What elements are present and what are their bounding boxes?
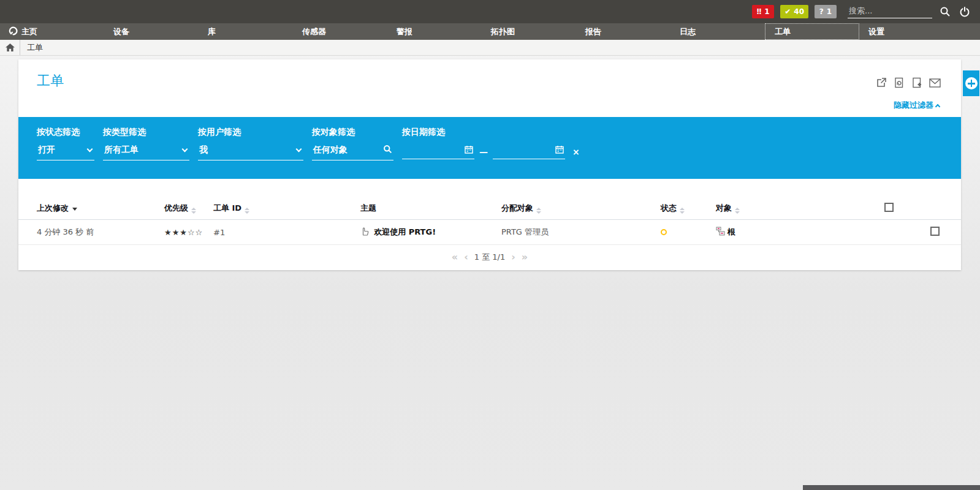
breadcrumb-current[interactable]: 工单	[20, 42, 43, 53]
priority-stars: ★★★☆☆	[164, 228, 203, 237]
col-header-status[interactable]: 状态	[661, 197, 716, 220]
chevron-down-icon	[296, 146, 302, 153]
col-header-priority[interactable]: 优先级	[164, 197, 213, 220]
select-all-cell	[884, 197, 961, 220]
cell-subject[interactable]: 欢迎使用 PRTG!	[360, 220, 501, 245]
nav-item-tickets[interactable]: 工单	[765, 23, 859, 40]
ticket-subject-link[interactable]: 欢迎使用 PRTG!	[374, 227, 436, 236]
filter-bar: 按状态筛选 打开 按类型筛选 所有工单 按用户筛选 我 按对象筛选 任何对象	[18, 117, 961, 179]
table-header-row: 上次修改 优先级 工单 ID 主题 分配对象 状态 对象	[18, 197, 961, 220]
up-count: 40	[794, 7, 804, 16]
plus-icon	[965, 77, 978, 89]
filter-type-label: 按类型筛选	[103, 127, 189, 138]
col-label: 优先级	[164, 203, 188, 213]
col-header-object[interactable]: 对象	[716, 197, 884, 220]
first-page-button[interactable]: «	[452, 251, 458, 263]
pagination: « ‹ 1 至 1/1 › »	[18, 251, 961, 263]
calendar-icon[interactable]	[465, 145, 473, 156]
nav-label: 警报	[397, 26, 412, 37]
hand-pointer-icon	[360, 228, 371, 238]
select-all-checkbox[interactable]	[884, 203, 894, 212]
nav-label: 报告	[585, 26, 601, 37]
sort-icon	[536, 208, 541, 214]
prev-page-button[interactable]: ‹	[464, 251, 468, 263]
nav-label: 拓扑图	[491, 26, 515, 37]
cell-ticket-id: #1	[213, 220, 360, 245]
col-label: 分配对象	[501, 203, 533, 213]
col-label: 上次修改	[37, 203, 69, 213]
col-label: 工单 ID	[213, 203, 241, 213]
filter-type-select[interactable]: 所有工单	[103, 145, 189, 160]
hide-filters-link[interactable]: 隐藏过滤器	[18, 100, 961, 111]
page-indicator: 1 至 1/1	[474, 252, 505, 263]
add-ticket-tab[interactable]	[963, 70, 979, 96]
nav-label: 设置	[868, 26, 884, 37]
tickets-table: 上次修改 优先级 工单 ID 主题 分配对象 状态 对象	[18, 197, 961, 245]
object-link[interactable]: 根	[727, 227, 735, 238]
nav-item-logs[interactable]: 日志	[670, 23, 765, 40]
filter-date: 按日期筛选 —	[402, 127, 580, 160]
col-label: 状态	[661, 203, 677, 213]
chevron-down-icon	[182, 146, 188, 153]
cell-object[interactable]: 根	[716, 220, 884, 245]
alarms-badge[interactable]: ‼ 1	[752, 5, 774, 18]
cell-priority: ★★★☆☆	[164, 220, 213, 245]
nav-item-alarms[interactable]: 警报	[387, 23, 482, 40]
nav-item-maps[interactable]: 拓扑图	[482, 23, 576, 40]
new-ticket-icon[interactable]	[911, 77, 923, 89]
card-header: 工单	[18, 59, 961, 90]
col-header-ticket-id[interactable]: 工单 ID	[213, 197, 360, 220]
nav-item-devices[interactable]: 设备	[104, 23, 199, 40]
prtg-logo-icon	[9, 26, 18, 37]
col-header-assigned[interactable]: 分配对象	[501, 197, 661, 220]
row-checkbox[interactable]	[930, 227, 940, 236]
col-label: 对象	[716, 203, 732, 213]
ticket-row[interactable]: 4 分钟 36 秒 前 ★★★☆☆ #1 欢迎使用 PRTG! PRTG 管理员	[18, 220, 961, 245]
up-sensors-badge[interactable]: ✔ 40	[780, 5, 808, 18]
cell-assigned: PRTG 管理员	[501, 220, 661, 245]
horizontal-scrollbar[interactable]	[803, 485, 980, 490]
date-separator: —	[479, 147, 488, 159]
date-from-input[interactable]	[402, 145, 474, 159]
filter-status-value: 打开	[38, 145, 55, 154]
filter-user-select[interactable]: 我	[198, 145, 303, 160]
filter-status-select[interactable]: 打开	[37, 145, 94, 160]
header-icon-toolbar	[875, 77, 941, 89]
col-label: 主题	[360, 203, 376, 213]
next-page-button[interactable]: ›	[511, 251, 515, 263]
search-icon[interactable]	[383, 145, 392, 156]
filter-status-label: 按状态筛选	[37, 127, 94, 138]
refresh-page-icon[interactable]	[893, 77, 905, 89]
col-header-modified[interactable]: 上次修改	[18, 197, 164, 220]
nav-item-setup[interactable]: 设置	[859, 23, 954, 40]
calendar-icon[interactable]	[555, 145, 564, 156]
filter-object-search[interactable]: 任何对象	[312, 145, 393, 160]
chevron-up-icon	[935, 104, 940, 109]
sort-desc-icon	[72, 208, 77, 211]
power-icon[interactable]	[958, 5, 971, 18]
nav-item-sensors[interactable]: 传感器	[293, 23, 387, 40]
col-header-subject[interactable]: 主题	[360, 197, 501, 220]
clear-date-filter-button[interactable]: ×	[572, 147, 580, 159]
filter-object: 按对象筛选 任何对象	[312, 127, 393, 160]
nav-item-libraries[interactable]: 库	[199, 23, 293, 40]
filter-user: 按用户筛选 我	[198, 127, 303, 160]
unknown-sensors-badge[interactable]: ? 1	[815, 5, 837, 18]
filter-object-label: 按对象筛选	[312, 127, 393, 138]
email-icon[interactable]	[929, 77, 941, 89]
breadcrumb: 工单	[0, 40, 980, 56]
open-external-icon[interactable]	[875, 77, 887, 89]
last-page-button[interactable]: »	[522, 251, 528, 263]
home-icon[interactable]	[0, 40, 20, 55]
status-open-icon	[661, 229, 667, 235]
nav-label: 设备	[113, 26, 129, 37]
filter-user-value: 我	[199, 145, 208, 154]
search-input[interactable]	[848, 5, 932, 18]
tickets-card: 工单	[18, 59, 961, 270]
date-to-input[interactable]	[493, 145, 565, 159]
nav-item-home[interactable]: 主页	[0, 23, 104, 40]
page-title: 工单	[37, 72, 943, 90]
nav-label: 传感器	[302, 26, 326, 37]
search-icon[interactable]	[938, 5, 952, 18]
nav-item-reports[interactable]: 报告	[576, 23, 670, 40]
